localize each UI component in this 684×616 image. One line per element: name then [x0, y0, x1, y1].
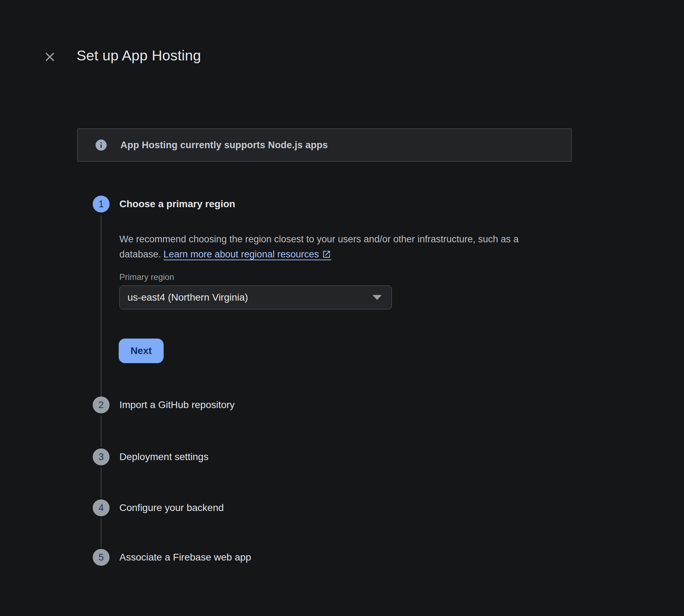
stepper-connector — [101, 215, 101, 397]
step-1-description: We recommend choosing the region closest… — [119, 232, 548, 262]
step-2-indicator: 2 — [93, 397, 110, 413]
step-1-title: Choose a primary region — [119, 196, 235, 212]
info-banner: App Hosting currently supports Node.js a… — [77, 129, 572, 162]
selected-region-value: us-east4 (Northern Virginia) — [127, 292, 248, 303]
learn-more-label: Learn more about regional resources — [164, 249, 319, 260]
external-link-icon — [322, 250, 331, 259]
step-4-title: Configure your backend — [119, 499, 224, 516]
stepper-connector — [101, 415, 101, 447]
primary-region-label: Primary region — [119, 272, 174, 282]
step-4-indicator: 4 — [93, 499, 110, 516]
close-button[interactable] — [43, 50, 57, 64]
step-3-indicator: 3 — [93, 448, 110, 465]
step-5-title: Associate a Firebase web app — [119, 549, 251, 566]
step-5-indicator: 5 — [93, 549, 110, 566]
step-1-indicator: 1 — [93, 196, 110, 212]
step-2-title: Import a GitHub repository — [119, 397, 235, 413]
info-icon — [94, 138, 108, 152]
close-icon — [44, 51, 55, 63]
next-button[interactable]: Next — [119, 339, 164, 363]
stepper-connector — [101, 467, 101, 498]
learn-more-link[interactable]: Learn more about regional resources — [164, 249, 331, 260]
dropdown-arrow-icon — [373, 295, 382, 300]
banner-message: App Hosting currently supports Node.js a… — [120, 140, 328, 151]
stepper-connector — [101, 518, 101, 548]
page-title: Set up App Hosting — [77, 47, 201, 64]
step-3-title: Deployment settings — [119, 448, 209, 465]
primary-region-select[interactable]: us-east4 (Northern Virginia) — [119, 286, 392, 309]
